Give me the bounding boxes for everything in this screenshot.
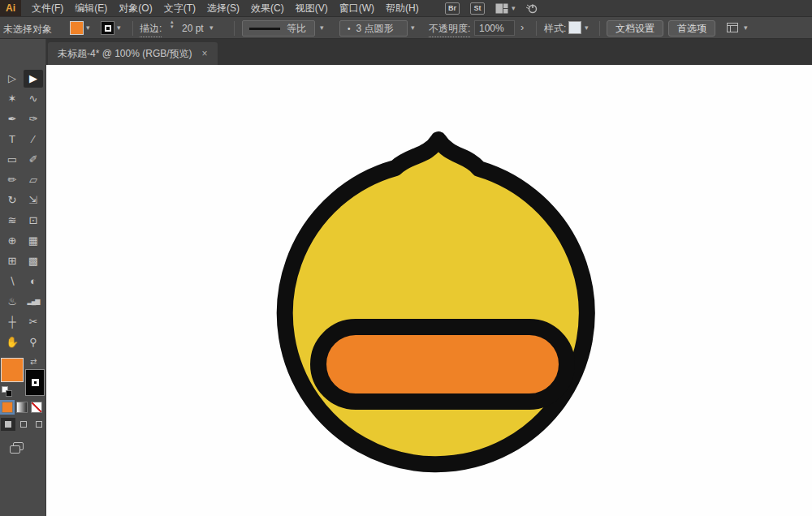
menu-item-window[interactable]: 窗口(W) bbox=[334, 0, 380, 16]
menu-item-object[interactable]: 对象(O) bbox=[113, 0, 158, 16]
curvature-tool[interactable]: ✑ bbox=[24, 110, 43, 128]
bridge-button[interactable]: Br bbox=[445, 2, 460, 15]
shape-builder-tool-icon: ⊕ bbox=[8, 235, 17, 246]
chevron-down-icon[interactable]: ▾ bbox=[411, 24, 415, 32]
fill-indicator[interactable] bbox=[1, 358, 24, 382]
rectangle-tool[interactable]: ▭ bbox=[2, 151, 22, 169]
close-icon[interactable]: × bbox=[202, 48, 208, 59]
illustrator-window: Ai 文件(F)编辑(E)对象(O)文字(T)选择(S)效果(C)视图(V)窗口… bbox=[0, 0, 812, 516]
screen-mode-button[interactable] bbox=[10, 442, 24, 454]
chevron-down-icon[interactable]: ▾ bbox=[86, 24, 90, 32]
preferences-button[interactable]: 首选项 bbox=[668, 20, 715, 37]
zoom-tool[interactable]: ⚲ bbox=[24, 333, 43, 351]
document-setup-button[interactable]: 文档设置 bbox=[607, 20, 663, 37]
scale-tool-icon: ⇲ bbox=[29, 195, 38, 205]
type-tool-icon: T bbox=[9, 134, 15, 144]
direct-selection-tool[interactable]: ▶ bbox=[24, 70, 43, 88]
shape-builder-tool[interactable]: ⊕ bbox=[2, 232, 22, 250]
hand-tool[interactable]: ✋ bbox=[2, 333, 22, 351]
pencil-tool[interactable]: ✏ bbox=[2, 171, 22, 189]
default-fill-stroke-icon[interactable] bbox=[2, 386, 12, 397]
canvas[interactable] bbox=[46, 65, 812, 516]
menu-item-select[interactable]: 选择(S) bbox=[201, 0, 245, 16]
stroke-weight-stepper[interactable]: ▴ ▾ bbox=[171, 19, 174, 29]
separator bbox=[132, 21, 133, 36]
opacity-label[interactable]: 不透明度: bbox=[429, 22, 470, 37]
perspective-grid-tool[interactable]: ▦ bbox=[24, 232, 43, 250]
draw-behind-button[interactable] bbox=[16, 418, 31, 431]
stroke-profile-value: 等比 bbox=[287, 22, 306, 36]
chevron-down-icon[interactable]: ▾ bbox=[585, 24, 589, 32]
eraser-tool-icon: ▱ bbox=[29, 174, 37, 185]
style-swatch[interactable] bbox=[568, 21, 581, 34]
menu-item-effect[interactable]: 效果(C) bbox=[245, 0, 290, 16]
stroke-profile-preview bbox=[249, 28, 280, 30]
swap-fill-stroke-icon[interactable]: ⇄ bbox=[30, 357, 37, 366]
stroke-profile-dropdown[interactable]: 等比 bbox=[242, 20, 315, 37]
gradient-tool-icon: ▩ bbox=[28, 256, 38, 266]
opacity-expand-icon[interactable]: › bbox=[520, 21, 524, 33]
draw-normal-button[interactable] bbox=[1, 418, 15, 431]
chevron-down-icon[interactable]: ▾ bbox=[744, 24, 748, 32]
menu-item-file[interactable]: 文件(F) bbox=[26, 0, 69, 16]
selection-tool[interactable]: ▷ bbox=[2, 70, 22, 88]
separator bbox=[536, 21, 537, 36]
blend-tool[interactable]: ◐ bbox=[24, 273, 43, 290]
width-tool[interactable]: ≋ bbox=[2, 212, 22, 230]
duck-beak-shape[interactable] bbox=[318, 327, 567, 402]
fill-color-swatch[interactable] bbox=[70, 21, 84, 35]
chevron-down-icon[interactable]: ▾ bbox=[320, 24, 324, 32]
stroke-color-well[interactable]: ▾ bbox=[101, 21, 121, 35]
lasso-tool-icon: ∿ bbox=[29, 93, 38, 104]
brush-dropdown[interactable]: • 3 点圆形 bbox=[339, 20, 408, 37]
symbol-sprayer-tool[interactable]: ♨ bbox=[2, 293, 22, 311]
stroke-weight-label[interactable]: 描边: bbox=[140, 22, 162, 37]
line-segment-tool[interactable]: ∕ bbox=[24, 131, 43, 148]
free-transform-tool[interactable]: ⊡ bbox=[24, 212, 43, 230]
rotate-tool-icon: ↻ bbox=[8, 195, 17, 205]
spinner-down-icon[interactable]: ▾ bbox=[171, 24, 174, 29]
fill-color-well[interactable]: ▾ bbox=[70, 21, 90, 35]
eyedropper-tool[interactable]: ∖ bbox=[2, 273, 22, 290]
menu-item-edit[interactable]: 编辑(E) bbox=[69, 0, 113, 16]
type-tool[interactable]: T bbox=[2, 131, 22, 148]
pen-tool[interactable]: ✒ bbox=[2, 110, 22, 128]
panel-dock-button[interactable] bbox=[726, 22, 739, 36]
gradient-tool[interactable]: ▩ bbox=[24, 252, 43, 270]
perspective-grid-tool-icon: ▦ bbox=[28, 235, 38, 246]
gradient-button[interactable] bbox=[16, 402, 28, 413]
stroke-color-swatch[interactable] bbox=[101, 21, 114, 35]
color-button[interactable] bbox=[2, 402, 13, 413]
document-tab-title: 未标题-4* @ 100% (RGB/预览) bbox=[58, 47, 192, 61]
slice-tool-icon: ✂ bbox=[29, 316, 38, 327]
menu-item-help[interactable]: 帮助(H) bbox=[380, 0, 425, 16]
slice-tool[interactable]: ✂ bbox=[24, 313, 43, 331]
workspace-switcher-button[interactable]: ▾ bbox=[495, 3, 516, 14]
scale-tool[interactable]: ⇲ bbox=[24, 191, 43, 209]
artboard-tool[interactable]: ┼ bbox=[2, 313, 22, 331]
duck-head-shape[interactable] bbox=[285, 140, 587, 464]
opacity-input[interactable]: 100% bbox=[474, 20, 515, 36]
paintbrush-tool[interactable]: ✐ bbox=[24, 151, 43, 169]
eraser-tool[interactable]: ▱ bbox=[24, 171, 43, 189]
rotate-tool[interactable]: ↻ bbox=[2, 191, 22, 209]
stroke-weight-value[interactable]: 20 pt bbox=[182, 23, 204, 34]
artboard-tool-icon: ┼ bbox=[8, 316, 15, 327]
magic-wand-tool-icon: ✶ bbox=[8, 93, 17, 104]
stroke-indicator[interactable] bbox=[25, 369, 45, 396]
menubar-right-icons: Br St ▾ bbox=[445, 0, 538, 16]
menu-item-type[interactable]: 文字(T) bbox=[158, 0, 201, 16]
draw-inside-button[interactable] bbox=[32, 418, 46, 431]
chevron-down-icon[interactable]: ▾ bbox=[209, 24, 214, 32]
lasso-tool[interactable]: ∿ bbox=[24, 90, 43, 108]
none-button[interactable] bbox=[31, 402, 42, 413]
chevron-down-icon[interactable]: ▾ bbox=[117, 24, 121, 32]
menu-item-view[interactable]: 视图(V) bbox=[290, 0, 334, 16]
mesh-tool[interactable]: ⊞ bbox=[2, 252, 22, 270]
document-tab[interactable]: 未标题-4* @ 100% (RGB/预览) × bbox=[48, 42, 218, 65]
tool-grid: ▷▶✶∿✒✑T∕▭✐✏▱↻⇲≋⊡⊕▦⊞▩∖◐♨▂▄▆┼✂✋⚲ bbox=[2, 68, 44, 352]
gpu-performance-icon[interactable] bbox=[526, 2, 538, 14]
stock-button[interactable]: St bbox=[470, 2, 485, 15]
magic-wand-tool[interactable]: ✶ bbox=[2, 90, 22, 108]
graph-tool[interactable]: ▂▄▆ bbox=[24, 293, 43, 311]
